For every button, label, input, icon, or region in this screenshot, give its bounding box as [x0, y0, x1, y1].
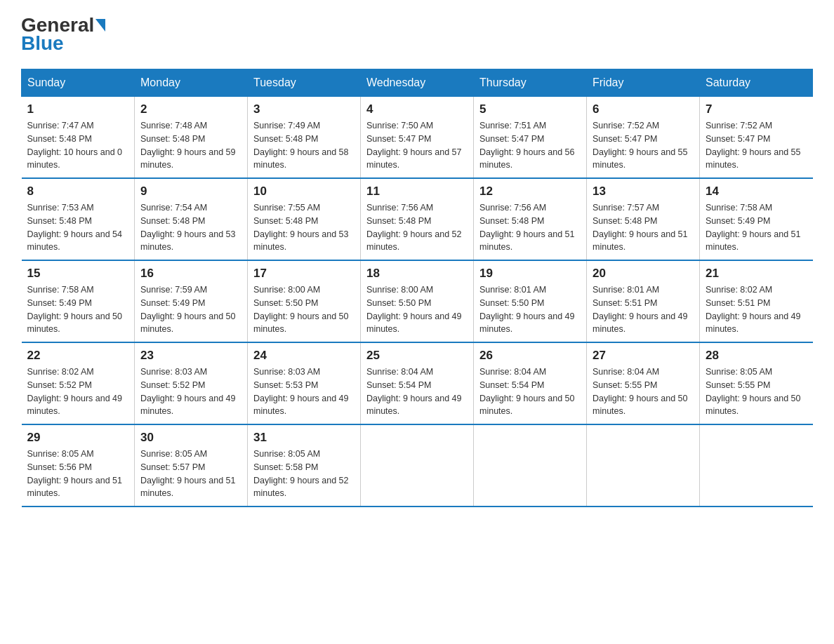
- calendar-cell: 17 Sunrise: 8:00 AMSunset: 5:50 PMDaylig…: [248, 260, 361, 342]
- header-monday: Monday: [135, 69, 248, 97]
- header-thursday: Thursday: [474, 69, 587, 97]
- day-info: Sunrise: 8:03 AMSunset: 5:52 PMDaylight:…: [140, 365, 241, 418]
- calendar-cell: 24 Sunrise: 8:03 AMSunset: 5:53 PMDaylig…: [248, 342, 361, 424]
- day-number: 17: [253, 267, 355, 281]
- day-number: 11: [366, 185, 468, 199]
- week-row-2: 8 Sunrise: 7:53 AMSunset: 5:48 PMDayligh…: [22, 178, 813, 260]
- calendar-cell: 6 Sunrise: 7:52 AMSunset: 5:47 PMDayligh…: [587, 97, 700, 179]
- calendar-cell: 19 Sunrise: 8:01 AMSunset: 5:50 PMDaylig…: [474, 260, 587, 342]
- day-info: Sunrise: 8:04 AMSunset: 5:54 PMDaylight:…: [479, 365, 581, 418]
- calendar-cell: 11 Sunrise: 7:56 AMSunset: 5:48 PMDaylig…: [361, 178, 474, 260]
- day-info: Sunrise: 8:01 AMSunset: 5:50 PMDaylight:…: [479, 283, 581, 336]
- calendar-cell: 1 Sunrise: 7:47 AMSunset: 5:48 PMDayligh…: [22, 97, 135, 179]
- week-row-1: 1 Sunrise: 7:47 AMSunset: 5:48 PMDayligh…: [22, 97, 813, 179]
- day-info: Sunrise: 7:50 AMSunset: 5:47 PMDaylight:…: [366, 119, 468, 172]
- logo-arrow-icon: [95, 19, 105, 32]
- day-number: 24: [253, 349, 355, 363]
- calendar-cell: 14 Sunrise: 7:58 AMSunset: 5:49 PMDaylig…: [700, 178, 813, 260]
- day-number: 14: [706, 185, 807, 199]
- calendar-cell: 18 Sunrise: 8:00 AMSunset: 5:50 PMDaylig…: [361, 260, 474, 342]
- calendar-cell: 3 Sunrise: 7:49 AMSunset: 5:48 PMDayligh…: [248, 97, 361, 179]
- calendar-cell: 16 Sunrise: 7:59 AMSunset: 5:49 PMDaylig…: [135, 260, 248, 342]
- calendar-cell: 31 Sunrise: 8:05 AMSunset: 5:58 PMDaylig…: [248, 424, 361, 507]
- day-number: 23: [140, 349, 241, 363]
- day-info: Sunrise: 8:05 AMSunset: 5:57 PMDaylight:…: [140, 448, 241, 500]
- calendar-cell: [700, 424, 813, 507]
- day-info: Sunrise: 7:58 AMSunset: 5:49 PMDaylight:…: [706, 201, 807, 254]
- day-number: 31: [253, 431, 355, 445]
- day-info: Sunrise: 8:05 AMSunset: 5:55 PMDaylight:…: [706, 365, 807, 418]
- calendar-cell: 13 Sunrise: 7:57 AMSunset: 5:48 PMDaylig…: [587, 178, 700, 260]
- calendar-cell: 29 Sunrise: 8:05 AMSunset: 5:56 PMDaylig…: [22, 424, 135, 507]
- day-number: 7: [706, 102, 807, 116]
- day-info: Sunrise: 8:03 AMSunset: 5:53 PMDaylight:…: [253, 365, 355, 418]
- day-info: Sunrise: 7:51 AMSunset: 5:47 PMDaylight:…: [479, 119, 581, 172]
- day-number: 29: [27, 431, 129, 445]
- calendar-cell: 8 Sunrise: 7:53 AMSunset: 5:48 PMDayligh…: [22, 178, 135, 260]
- day-info: Sunrise: 8:02 AMSunset: 5:51 PMDaylight:…: [706, 283, 807, 336]
- calendar-cell: [361, 424, 474, 507]
- calendar-cell: 7 Sunrise: 7:52 AMSunset: 5:47 PMDayligh…: [700, 97, 813, 179]
- day-number: 3: [253, 102, 355, 116]
- day-info: Sunrise: 7:53 AMSunset: 5:48 PMDaylight:…: [27, 201, 129, 254]
- day-info: Sunrise: 8:04 AMSunset: 5:54 PMDaylight:…: [366, 365, 468, 418]
- calendar-cell: 23 Sunrise: 8:03 AMSunset: 5:52 PMDaylig…: [135, 342, 248, 424]
- day-number: 28: [706, 349, 807, 363]
- day-info: Sunrise: 8:00 AMSunset: 5:50 PMDaylight:…: [253, 283, 355, 336]
- calendar-cell: 5 Sunrise: 7:51 AMSunset: 5:47 PMDayligh…: [474, 97, 587, 179]
- day-number: 15: [27, 267, 129, 281]
- week-row-5: 29 Sunrise: 8:05 AMSunset: 5:56 PMDaylig…: [22, 424, 813, 507]
- day-info: Sunrise: 7:56 AMSunset: 5:48 PMDaylight:…: [366, 201, 468, 254]
- day-info: Sunrise: 7:48 AMSunset: 5:48 PMDaylight:…: [140, 119, 241, 172]
- calendar-cell: 10 Sunrise: 7:55 AMSunset: 5:48 PMDaylig…: [248, 178, 361, 260]
- day-number: 30: [140, 431, 241, 445]
- calendar-cell: 20 Sunrise: 8:01 AMSunset: 5:51 PMDaylig…: [587, 260, 700, 342]
- day-number: 18: [366, 267, 468, 281]
- day-number: 6: [593, 102, 694, 116]
- day-info: Sunrise: 7:47 AMSunset: 5:48 PMDaylight:…: [27, 119, 129, 172]
- calendar-cell: [474, 424, 587, 507]
- day-number: 25: [366, 349, 468, 363]
- week-row-4: 22 Sunrise: 8:02 AMSunset: 5:52 PMDaylig…: [22, 342, 813, 424]
- calendar-cell: 28 Sunrise: 8:05 AMSunset: 5:55 PMDaylig…: [700, 342, 813, 424]
- calendar-cell: 9 Sunrise: 7:54 AMSunset: 5:48 PMDayligh…: [135, 178, 248, 260]
- day-number: 1: [27, 102, 129, 116]
- day-info: Sunrise: 7:54 AMSunset: 5:48 PMDaylight:…: [140, 201, 241, 254]
- header-tuesday: Tuesday: [248, 69, 361, 97]
- day-number: 20: [593, 267, 694, 281]
- day-number: 19: [479, 267, 581, 281]
- day-info: Sunrise: 7:49 AMSunset: 5:48 PMDaylight:…: [253, 119, 355, 172]
- calendar-cell: 25 Sunrise: 8:04 AMSunset: 5:54 PMDaylig…: [361, 342, 474, 424]
- day-number: 10: [253, 185, 355, 199]
- day-number: 4: [366, 102, 468, 116]
- day-info: Sunrise: 8:04 AMSunset: 5:55 PMDaylight:…: [593, 365, 694, 418]
- calendar-table: SundayMondayTuesdayWednesdayThursdayFrid…: [21, 69, 813, 507]
- calendar-cell: 30 Sunrise: 8:05 AMSunset: 5:57 PMDaylig…: [135, 424, 248, 507]
- day-number: 8: [27, 185, 129, 199]
- calendar-cell: 21 Sunrise: 8:02 AMSunset: 5:51 PMDaylig…: [700, 260, 813, 342]
- day-info: Sunrise: 8:01 AMSunset: 5:51 PMDaylight:…: [593, 283, 694, 336]
- day-number: 21: [706, 267, 807, 281]
- day-info: Sunrise: 7:58 AMSunset: 5:49 PMDaylight:…: [27, 283, 129, 336]
- day-info: Sunrise: 8:05 AMSunset: 5:56 PMDaylight:…: [27, 448, 129, 500]
- calendar-cell: 26 Sunrise: 8:04 AMSunset: 5:54 PMDaylig…: [474, 342, 587, 424]
- header-wednesday: Wednesday: [361, 69, 474, 97]
- day-number: 16: [140, 267, 241, 281]
- day-number: 9: [140, 185, 241, 199]
- calendar-cell: 15 Sunrise: 7:58 AMSunset: 5:49 PMDaylig…: [22, 260, 135, 342]
- day-info: Sunrise: 7:56 AMSunset: 5:48 PMDaylight:…: [479, 201, 581, 254]
- day-number: 27: [593, 349, 694, 363]
- calendar-cell: 22 Sunrise: 8:02 AMSunset: 5:52 PMDaylig…: [22, 342, 135, 424]
- header-sunday: Sunday: [22, 69, 135, 97]
- day-number: 2: [140, 102, 241, 116]
- days-header-row: SundayMondayTuesdayWednesdayThursdayFrid…: [22, 69, 813, 97]
- day-number: 26: [479, 349, 581, 363]
- calendar-cell: 27 Sunrise: 8:04 AMSunset: 5:55 PMDaylig…: [587, 342, 700, 424]
- day-info: Sunrise: 7:52 AMSunset: 5:47 PMDaylight:…: [593, 119, 694, 172]
- day-info: Sunrise: 8:02 AMSunset: 5:52 PMDaylight:…: [27, 365, 129, 418]
- header-saturday: Saturday: [700, 69, 813, 97]
- day-number: 13: [593, 185, 694, 199]
- week-row-3: 15 Sunrise: 7:58 AMSunset: 5:49 PMDaylig…: [22, 260, 813, 342]
- logo-blue-text: Blue: [21, 32, 64, 55]
- day-info: Sunrise: 7:59 AMSunset: 5:49 PMDaylight:…: [140, 283, 241, 336]
